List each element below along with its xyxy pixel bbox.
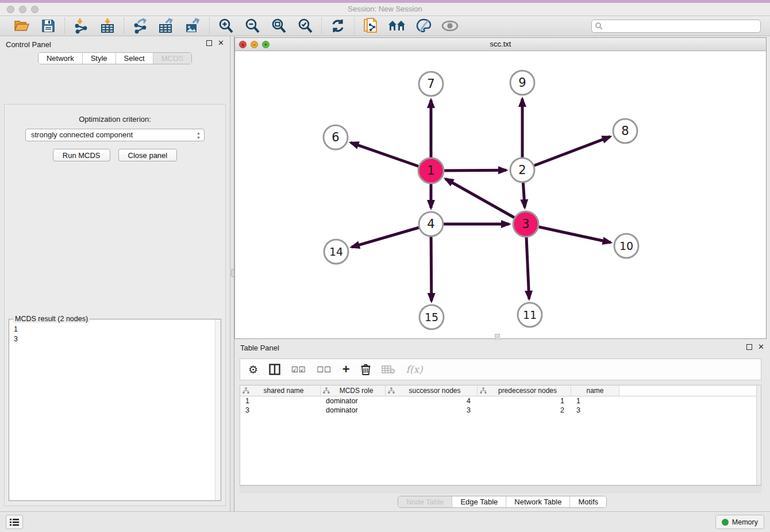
close-panel-button[interactable]: Close panel <box>118 149 178 161</box>
tab-node-table[interactable]: Node Table <box>398 496 453 507</box>
graph-node-label: 11 <box>523 309 537 321</box>
column-header-predecessor-nodes[interactable]: predecessor nodes <box>478 385 571 396</box>
control-panel-tabs: Network Style Select MCDS <box>38 52 192 64</box>
network-graph: 7968124314101511 <box>235 51 766 338</box>
close-panel-icon[interactable]: ✕ <box>218 40 224 46</box>
zoom-selected-icon[interactable] <box>296 17 314 34</box>
tab-network-table[interactable]: Network Table <box>506 496 570 507</box>
main-toolbar <box>0 16 770 36</box>
tab-mcds[interactable]: MCDS <box>153 53 191 64</box>
column-header-mcds-role[interactable]: MCDS role <box>321 385 386 396</box>
search-input[interactable] <box>591 20 761 33</box>
table-row[interactable]: 3 dominator 3 2 3 <box>240 406 761 415</box>
graph-node-label: 10 <box>619 240 633 252</box>
deselect-all-checks-icon[interactable]: ☐☐ <box>317 365 331 374</box>
cell-shared-name[interactable]: 1 <box>240 396 321 406</box>
graph-node-label: 4 <box>427 217 434 231</box>
table-scrollbar[interactable] <box>756 385 761 485</box>
memory-status-icon <box>722 519 729 526</box>
cell-predecessor-nodes[interactable]: 2 <box>478 406 571 415</box>
network-window-title: scc.txt <box>235 40 766 48</box>
window-title: Session: New Session <box>0 5 770 13</box>
graph-node-label: 6 <box>332 130 339 144</box>
column-header-successor-nodes[interactable]: successor nodes <box>386 385 478 396</box>
add-row-icon[interactable]: + <box>342 364 350 375</box>
task-history-button[interactable] <box>6 515 23 529</box>
table-panel: Table Panel ✕ ⚙ ☑☑ ☐☐ + f(x) <box>234 340 770 511</box>
cell-name[interactable]: 1 <box>571 396 619 406</box>
column-type-icon <box>480 387 487 394</box>
canvas-grip[interactable] <box>495 334 500 338</box>
open-session-icon[interactable] <box>13 17 31 34</box>
zoom-out-icon[interactable] <box>243 17 261 34</box>
tab-style[interactable]: Style <box>83 53 116 64</box>
cell-shared-name[interactable]: 3 <box>240 406 321 415</box>
column-type-icon <box>242 387 249 394</box>
search-container <box>591 20 761 33</box>
run-mcds-button[interactable]: Run MCDS <box>53 149 110 161</box>
criterion-select[interactable]: strongly connected component ▲▼ <box>25 129 205 141</box>
zoom-in-icon[interactable] <box>217 17 235 34</box>
show-hide-icon[interactable] <box>441 17 459 34</box>
network-from-file-icon[interactable] <box>361 17 380 34</box>
tab-edge-table[interactable]: Edge Table <box>452 496 506 507</box>
export-image-icon[interactable] <box>184 17 202 34</box>
graph-node-label: 15 <box>425 311 438 323</box>
function-builder-icon: f(x) <box>406 364 423 375</box>
close-table-panel-icon[interactable]: ✕ <box>758 344 764 350</box>
control-panel: Control Panel ✕ Network Style Select MCD… <box>0 36 230 511</box>
delete-table-icon <box>382 365 395 374</box>
cell-successor-nodes[interactable]: 4 <box>386 396 478 406</box>
table-body: 1 dominator 4 1 1 3 dominator 3 2 3 <box>240 396 761 415</box>
search-icon <box>595 22 603 32</box>
import-table-icon[interactable] <box>98 17 117 34</box>
table-row[interactable]: 1 dominator 4 1 1 <box>240 396 761 406</box>
float-panel-icon[interactable] <box>206 40 212 46</box>
table-panel-title: Table Panel <box>240 344 279 352</box>
memory-button[interactable]: Memory <box>715 515 764 529</box>
delete-rows-icon[interactable] <box>361 364 371 375</box>
select-all-checks-icon[interactable]: ☑☑ <box>291 365 306 374</box>
network-window-titlebar[interactable]: x − + scc.txt <box>235 38 766 51</box>
list-icon <box>10 518 19 526</box>
mcds-panel-content: Optimization criterion: strongly connect… <box>4 104 226 506</box>
graph-node-label: 3 <box>522 217 529 231</box>
export-table-icon[interactable] <box>157 17 176 34</box>
column-header-name[interactable]: name <box>571 385 619 396</box>
graph-edge-3-1 <box>445 179 526 224</box>
zoom-fit-icon[interactable] <box>270 17 288 34</box>
cell-successor-nodes[interactable]: 3 <box>386 406 478 415</box>
save-session-icon[interactable] <box>39 17 57 34</box>
result-scrollbar[interactable] <box>215 319 221 500</box>
optimization-criterion-label: Optimization criterion: <box>5 115 225 124</box>
export-network-icon[interactable] <box>131 17 149 34</box>
table-bottom-strip <box>240 485 761 494</box>
tab-motifs[interactable]: Motifs <box>570 496 606 507</box>
criterion-value: strongly connected component <box>31 130 133 139</box>
tab-network[interactable]: Network <box>38 53 83 64</box>
column-type-icon <box>323 387 330 394</box>
graph-node-label: 2 <box>518 163 526 177</box>
network-canvas[interactable]: 7968124314101511 <box>235 51 766 338</box>
table-tabs: Node Table Edge Table Network Table Moti… <box>398 496 607 508</box>
node-table[interactable]: shared name MCDS role successor nodes pr… <box>240 385 761 485</box>
float-table-panel-icon[interactable] <box>746 344 752 350</box>
apply-style-icon[interactable] <box>414 17 433 34</box>
cell-mcds-role[interactable]: dominator <box>321 406 386 415</box>
cell-predecessor-nodes[interactable]: 1 <box>478 396 571 406</box>
import-network-icon[interactable] <box>72 17 90 34</box>
graph-node-label: 8 <box>621 124 629 138</box>
home-layout-icon[interactable] <box>388 17 406 34</box>
cell-name[interactable]: 3 <box>571 406 619 415</box>
refresh-styles-icon[interactable] <box>329 17 347 34</box>
cell-mcds-role[interactable]: dominator <box>321 396 386 406</box>
column-header-shared-name[interactable]: shared name <box>240 385 321 396</box>
table-toolbar: ⚙ ☑☑ ☐☐ + f(x) <box>240 358 761 380</box>
tab-select[interactable]: Select <box>116 53 153 64</box>
show-columns-icon[interactable] <box>269 364 280 375</box>
vertical-splitter[interactable] <box>230 36 234 511</box>
memory-label: Memory <box>732 518 758 526</box>
table-options-icon[interactable]: ⚙ <box>248 364 258 375</box>
mcds-result-text[interactable]: 1 3 <box>9 321 215 500</box>
splitter-grip[interactable] <box>231 269 234 277</box>
